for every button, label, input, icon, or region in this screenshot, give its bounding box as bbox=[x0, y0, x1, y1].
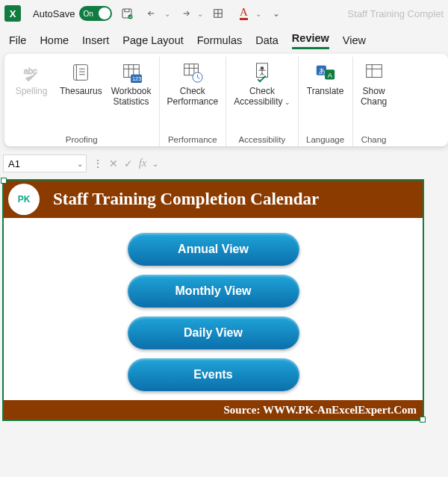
ribbon: abc Spelling Thesaurus 123 Workbook Stat… bbox=[4, 54, 448, 146]
undo-icon[interactable] bbox=[142, 3, 163, 24]
check-accessibility-icon bbox=[249, 60, 275, 85]
thesaurus-icon bbox=[68, 60, 93, 85]
monthly-view-button[interactable]: Monthly View bbox=[128, 275, 299, 308]
svg-rect-28 bbox=[366, 65, 382, 78]
sheet-header-title: Staff Training Completion Calendar bbox=[53, 190, 319, 209]
sheet-header-bar: PK Staff Training Completion Calendar bbox=[4, 181, 423, 218]
tab-home[interactable]: Home bbox=[40, 34, 69, 49]
undo-dropdown-icon[interactable]: ⌄ bbox=[164, 10, 170, 18]
translate-icon: あA bbox=[313, 60, 338, 85]
autosave-state: On bbox=[83, 10, 93, 18]
tab-data[interactable]: Data bbox=[255, 34, 279, 49]
doc-title: Staff Training Complet bbox=[348, 8, 444, 19]
svg-text:あ: あ bbox=[318, 67, 325, 75]
tab-review[interactable]: Review bbox=[292, 32, 329, 49]
fx-icon[interactable]: fx bbox=[139, 158, 146, 169]
spelling-icon: abc bbox=[19, 60, 44, 85]
sheet-body: Annual View Monthly View Daily View Even… bbox=[4, 218, 423, 400]
chevron-down-icon: ⌄ bbox=[284, 99, 290, 106]
chevron-down-icon[interactable]: ⌄ bbox=[152, 160, 158, 168]
group-changes: Show Chang Chang bbox=[353, 57, 395, 146]
redo-icon[interactable] bbox=[175, 3, 196, 24]
enter-icon[interactable]: ✓ bbox=[124, 158, 133, 169]
name-box[interactable]: A1 ⌄ bbox=[3, 155, 87, 172]
svg-rect-6 bbox=[74, 65, 88, 81]
spelling-button[interactable]: abc Spelling bbox=[9, 58, 54, 99]
save-icon[interactable] bbox=[116, 3, 137, 24]
redo-dropdown-icon[interactable]: ⌄ bbox=[197, 10, 203, 18]
chevron-down-icon[interactable]: ⌄ bbox=[77, 160, 83, 168]
group-language: あA Translate Language bbox=[299, 57, 353, 146]
sheet-footer: Source: WWW.PK-AnExcelExpert.Com bbox=[4, 400, 423, 420]
tab-file[interactable]: File bbox=[9, 34, 26, 49]
check-performance-button[interactable]: Check Performance bbox=[164, 58, 222, 109]
pk-logo-icon: PK bbox=[8, 184, 40, 215]
qat-overflow-icon[interactable]: ⌄ bbox=[266, 3, 287, 24]
svg-point-23 bbox=[261, 66, 264, 70]
group-label-performance: Performance bbox=[168, 135, 217, 146]
tab-page-layout[interactable]: Page Layout bbox=[122, 34, 183, 49]
group-label-changes: Chang bbox=[361, 135, 387, 146]
check-accessibility-button[interactable]: Check Accessibility⌄ bbox=[231, 58, 293, 109]
group-accessibility: Check Accessibility⌄ Accessibility bbox=[226, 57, 298, 146]
workbook-statistics-icon: 123 bbox=[119, 60, 144, 85]
borders-icon[interactable] bbox=[208, 3, 228, 24]
thesaurus-button[interactable]: Thesaurus bbox=[57, 58, 105, 99]
formula-bar: A1 ⌄ ⋮ ✕ ✓ fx ⌄ bbox=[0, 152, 448, 175]
font-color-icon[interactable]: A bbox=[233, 3, 254, 24]
workbook-statistics-button[interactable]: 123 Workbook Statistics bbox=[108, 58, 155, 109]
autosave-toggle[interactable]: On bbox=[79, 6, 112, 21]
autosave-label: AutoSave bbox=[33, 8, 75, 19]
events-button[interactable]: Events bbox=[128, 358, 299, 391]
tab-insert[interactable]: Insert bbox=[82, 34, 109, 49]
excel-logo-icon bbox=[4, 5, 21, 22]
group-proofing: abc Spelling Thesaurus 123 Workbook Stat… bbox=[4, 57, 160, 146]
formula-buttons: ✕ ✓ fx ⌄ bbox=[109, 158, 158, 169]
font-color-dropdown-icon[interactable]: ⌄ bbox=[255, 10, 261, 18]
selected-shape[interactable]: PK Staff Training Completion Calendar An… bbox=[2, 179, 424, 421]
cancel-icon[interactable]: ✕ bbox=[109, 158, 118, 169]
ribbon-tabs: File Home Insert Page Layout Formulas Da… bbox=[0, 27, 448, 49]
svg-text:A: A bbox=[327, 72, 332, 79]
svg-text:123: 123 bbox=[132, 75, 142, 82]
show-changes-icon bbox=[361, 60, 387, 85]
translate-button[interactable]: あA Translate bbox=[303, 58, 348, 99]
check-performance-icon bbox=[180, 60, 205, 85]
daily-view-button[interactable]: Daily View bbox=[128, 317, 299, 349]
tab-view[interactable]: View bbox=[343, 34, 366, 49]
group-performance: Check Performance Performance bbox=[160, 57, 227, 146]
show-changes-button[interactable]: Show Chang bbox=[358, 58, 391, 109]
group-label-accessibility: Accessibility bbox=[239, 135, 286, 146]
tab-formulas[interactable]: Formulas bbox=[197, 34, 242, 49]
group-label-language: Language bbox=[306, 135, 344, 146]
separator: ⋮ bbox=[90, 158, 106, 169]
titlebar: AutoSave On ⌄ ⌄ A ⌄ ⌄ Staff Training Com… bbox=[0, 0, 448, 27]
formula-input[interactable] bbox=[161, 155, 448, 172]
sheet-area: PK Staff Training Completion Calendar An… bbox=[0, 179, 448, 421]
group-label-proofing: Proofing bbox=[66, 135, 98, 146]
annual-view-button[interactable]: Annual View bbox=[128, 233, 299, 266]
